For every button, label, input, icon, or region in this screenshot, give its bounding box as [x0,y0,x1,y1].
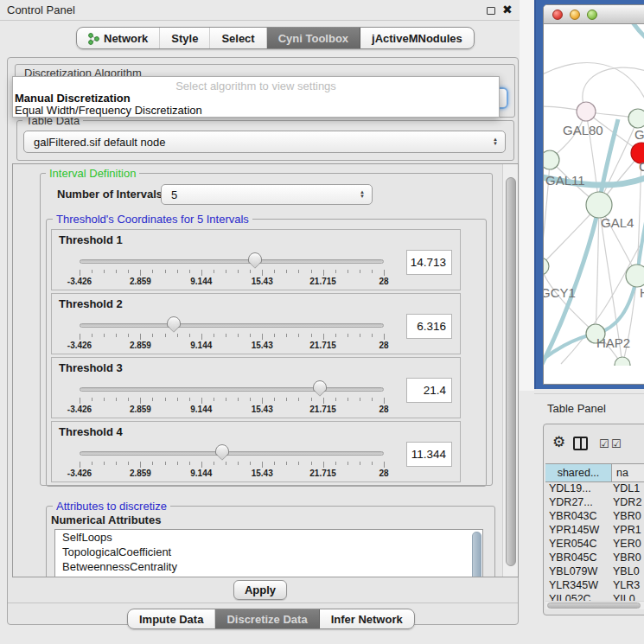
gear-icon[interactable]: ⚙ [552,433,565,451]
cell-name[interactable]: YDR2 [613,496,641,508]
tab-cyni-toolbox[interactable]: Cyni Toolbox [267,28,360,48]
slider-tick-label: 15.43 [234,277,290,286]
column-header-shared-name[interactable]: shared... [545,464,612,481]
panel-scrollbar-track[interactable] [502,164,519,577]
slider-tick-label: 28 [356,405,411,414]
threshold-slider-thumb[interactable] [313,380,327,392]
network-node[interactable] [615,357,630,366]
cell-shared-name[interactable]: YBR043C [545,510,613,522]
threshold-value-field[interactable]: 11.344 [406,442,452,467]
cell-shared-name[interactable]: YBR045C [545,552,613,564]
column-header-name[interactable]: na [612,464,644,481]
threshold-slider-thumb[interactable] [215,444,229,456]
table-hscrollbar-thumb[interactable] [547,603,641,609]
table-row[interactable]: YLR345WYLR3 [545,579,644,593]
close-icon[interactable]: ✖ [502,3,513,16]
threshold-slider-track[interactable] [80,387,384,392]
network-node[interactable] [577,102,596,121]
cell-shared-name[interactable]: YBL079W [545,565,613,577]
network-node[interactable] [544,150,559,169]
slider-tick [128,270,129,273]
table-row[interactable]: YDL19...YDL1 [545,482,644,496]
threshold-slider-track[interactable] [80,451,384,456]
tab-select[interactable]: Select [210,28,266,48]
threshold-slider-track[interactable] [80,323,384,328]
table-row[interactable]: YER054CYER0 [545,538,644,552]
minimize-window-icon[interactable] [570,10,580,20]
slider-tick [128,462,129,465]
slider-tick [189,334,190,337]
threshold-value-field[interactable]: 14.713 [406,250,452,275]
cell-name[interactable]: YER0 [613,538,641,550]
slider-tick [177,398,178,401]
slider-tick [348,334,348,337]
network-node[interactable] [544,258,549,275]
network-node[interactable] [586,192,612,218]
cell-name[interactable]: YLR3 [613,579,640,591]
tab-infer-network[interactable]: Infer Network [320,609,414,628]
apply-button[interactable]: Apply [233,580,287,600]
network-node[interactable] [628,109,644,128]
table-row[interactable]: YDR27...YDR2 [545,496,644,510]
network-window-titlebar[interactable] [544,5,644,24]
network-canvas[interactable]: GAL80GACGAL11GAL4GCY1HHAP2 [544,24,644,366]
network-node[interactable] [626,265,644,287]
cell-name[interactable]: YDL1 [613,482,640,494]
tab-network[interactable]: Network [77,28,160,48]
table-row[interactable]: YBR043CYBR0 [545,510,644,524]
threshold-panel-2: Threshold 2-3.4262.8599.14415.4321.71528… [51,293,461,354]
slider-tick [335,398,336,401]
tab-discretize-data[interactable]: Discretize Data [215,609,319,628]
close-window-icon[interactable] [552,10,563,20]
checkbox-icon[interactable]: ☑ [599,437,609,450]
float-window-icon[interactable] [487,7,495,15]
cell-name[interactable]: YBR0 [613,552,641,564]
threshold-value-field[interactable]: 21.4 [406,378,452,403]
slider-tick [286,462,287,465]
network-node-label: HAP2 [596,335,630,350]
slider-tick [262,270,263,276]
tab-jactivemnodules[interactable]: jActiveMNodules [360,28,474,48]
attribute-list-item[interactable]: SelfLoops [55,530,482,545]
checkbox-icon[interactable]: ☑ [611,437,622,450]
slider-tick [80,270,80,276]
table-hscrollbar[interactable] [545,601,644,609]
slider-tick [104,462,105,465]
threshold-label: Threshold 2 [59,297,123,310]
slider-tick [372,270,373,273]
table-header-row: shared... na [545,463,644,482]
table-data-combobox[interactable]: galFiltered.sif default node ▲▼ [23,131,506,153]
cell-shared-name[interactable]: YPR145W [545,524,613,536]
cell-shared-name[interactable]: YDR27... [545,496,613,508]
slider-tick [201,334,202,340]
cell-name[interactable]: YPR1 [613,524,641,536]
cell-shared-name[interactable]: YDL19... [545,482,613,494]
slider-tick [189,270,190,273]
threshold-slider-track[interactable] [80,259,384,264]
number-of-intervals-combobox[interactable]: 5 ▲▼ [161,184,373,205]
attribute-list-item[interactable]: BetweennessCentrality [55,559,482,574]
threshold-value-field[interactable]: 6.316 [406,314,452,339]
threshold-slider-thumb[interactable] [167,316,181,328]
slider-tick [80,334,80,340]
cell-shared-name[interactable]: YLR345W [545,579,613,591]
cell-shared-name[interactable]: YER054C [545,538,613,550]
table-row[interactable]: YBR045CYBR0 [545,552,644,565]
panel-scrollbar-thumb[interactable] [506,177,516,566]
zoom-window-icon[interactable] [587,10,597,20]
algorithm-option-equal-width[interactable]: Equal Width/Frequency Discretization [15,104,202,117]
tab-impute-data[interactable]: Impute Data [128,609,215,628]
split-view-icon[interactable] [573,437,588,450]
slider-tick-label: 2.859 [112,341,168,350]
table-row[interactable]: YPR145WYPR1 [545,524,644,538]
attribute-list-item[interactable]: TopologicalCoefficient [55,545,482,559]
list-scrollbar-thumb[interactable] [472,532,481,577]
table-row[interactable]: YBL079WYBL0 [545,565,644,579]
cell-name[interactable]: YBL0 [613,565,640,577]
tab-style[interactable]: Style [160,28,210,48]
algorithm-option-manual[interactable]: Manual Discretization [15,92,131,105]
cell-name[interactable]: YBR0 [613,510,641,522]
threshold-slider-thumb[interactable] [248,252,262,264]
numerical-attributes-list: SelfLoopsTopologicalCoefficientBetweenne… [54,529,483,577]
threshold-panel-1: Threshold 1-3.4262.8599.14415.4321.71528… [51,229,461,290]
